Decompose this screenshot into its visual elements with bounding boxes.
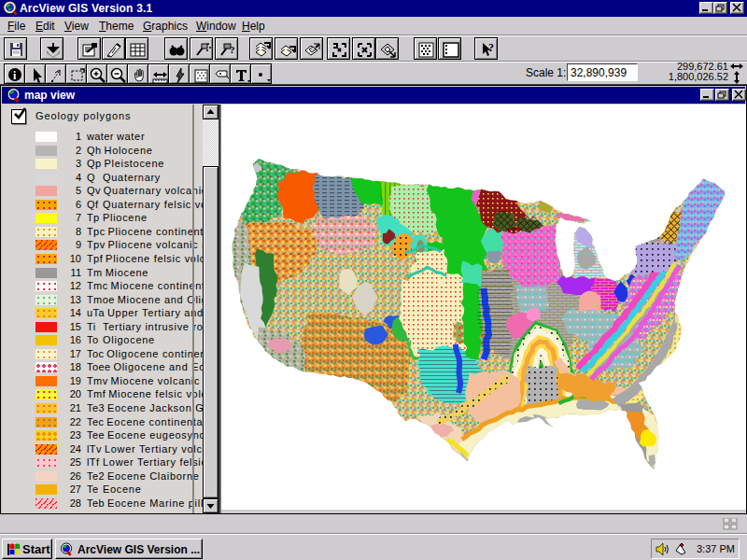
svg-text:?: ?: [230, 44, 235, 55]
svg-text:?: ?: [488, 41, 494, 54]
